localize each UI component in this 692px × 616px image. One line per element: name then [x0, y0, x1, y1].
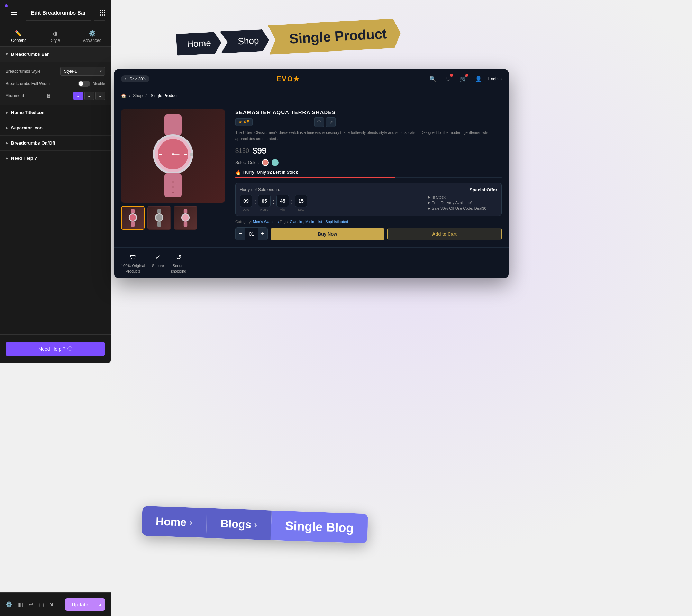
update-button[interactable]: Update [65, 598, 95, 611]
section-need-help[interactable]: ▶ Need Help ? [0, 151, 111, 166]
timer-hours: 05 Hours [258, 195, 271, 211]
tab-content[interactable]: ✏️ Content [0, 26, 37, 46]
breadcrumb-shop-link[interactable]: Shop [133, 93, 143, 98]
add-to-cart-button[interactable]: Add to Cart [387, 228, 502, 240]
hours-value: 05 [258, 195, 271, 207]
user-icon[interactable]: 👤 [473, 73, 484, 84]
section-label: Breadcrumbs Bar [11, 52, 49, 57]
search-icon[interactable]: 🔍 [427, 73, 438, 84]
wishlist-icon[interactable]: ♡ [443, 73, 454, 84]
tag-sophisticated[interactable]: Sophisticated [325, 220, 348, 224]
timer-min: 45 Min. [276, 195, 289, 211]
svg-point-18 [130, 214, 136, 221]
language-selector[interactable]: English [488, 76, 502, 81]
qty-decrease-button[interactable]: − [236, 228, 245, 240]
grid-icon[interactable] [94, 5, 105, 21]
align-right-button[interactable]: ≡ [95, 92, 105, 100]
thumb-3[interactable] [174, 206, 197, 230]
need-help-button[interactable]: Need Help ? ⓘ [6, 342, 105, 356]
action-icons: ♡ ⇗ [314, 117, 336, 127]
rating-badge: ★ 4.5 [235, 118, 253, 126]
product-info: SEAMASTER AQUA TERRA SHADES ★ 4.5 ♡ ⇗ [235, 109, 502, 240]
question-circle-icon: ⓘ [67, 346, 72, 352]
checkmark-icon: ✓ [153, 252, 163, 262]
align-center-button[interactable]: ≡ [84, 92, 94, 100]
wishlist-button[interactable]: ♡ [314, 117, 324, 127]
shop-logo: EVO★ [276, 75, 300, 83]
layers-icon[interactable]: ◧ [18, 601, 23, 608]
new-price: $99 [253, 146, 266, 156]
hours-label: Hours [260, 208, 268, 211]
expand-arrow-icon: ▶ [5, 53, 9, 56]
svg-point-14 [172, 186, 174, 188]
bc1-shop: Shop [220, 29, 270, 53]
svg-point-22 [156, 214, 162, 221]
svg-rect-23 [157, 221, 161, 227]
breadcrumb-home-link[interactable]: 🏠 [121, 93, 126, 98]
section-home-title[interactable]: ▶ Home Title/Icon [0, 105, 111, 120]
align-left-button[interactable]: ≡ [73, 92, 83, 100]
category-link[interactable]: Men's Watches [253, 220, 279, 224]
svg-point-26 [182, 214, 189, 221]
tab-style[interactable]: ◑ Style [37, 26, 74, 46]
buy-now-button[interactable]: Buy Now [271, 228, 384, 240]
bc1-single-product: Single Product [268, 18, 401, 55]
color-teal-swatch[interactable] [272, 159, 279, 166]
rating-value: 4.5 [244, 120, 249, 125]
tag-classic[interactable]: Classic [290, 220, 302, 224]
svg-point-10 [172, 153, 174, 155]
timer-sec: 15 Sec. [295, 195, 307, 211]
responsive-icon[interactable]: ⬚ [39, 601, 44, 608]
panel-title: Edit Breadcrumbs Bar [26, 5, 91, 21]
svg-rect-24 [184, 209, 187, 214]
update-button-group: Update ▲ [65, 598, 105, 611]
thumb-2[interactable] [147, 206, 171, 230]
quantity-control: − + [235, 227, 268, 240]
category-label: Category: [235, 220, 253, 224]
need-help-label: Need Help ? [38, 346, 65, 352]
colon-1: : [254, 198, 256, 205]
trust-secure: ✓ Secure [152, 252, 164, 273]
tag-minimalist[interactable]: Minimalist [305, 220, 322, 224]
bc2-home: Home › [142, 506, 207, 538]
color-pink-swatch[interactable] [262, 159, 269, 166]
special-offer-label: Special Offer [428, 187, 497, 192]
svg-rect-19 [131, 221, 135, 227]
min-label: Min. [280, 208, 286, 211]
toggle-switch[interactable]: Disable [78, 81, 105, 87]
tab-advanced[interactable]: ⚙️ Advanced [74, 26, 111, 46]
svg-rect-11 [190, 153, 193, 156]
section-breadcrumbs-onoff[interactable]: ▶ Breadcrumbs On/Off [0, 136, 111, 151]
share-button[interactable]: ⇗ [326, 117, 336, 127]
update-arrow-button[interactable]: ▲ [95, 598, 105, 611]
settings-icon[interactable]: ⚙️ [6, 601, 12, 608]
stock-fill [235, 177, 395, 178]
hamburger-menu[interactable] [6, 6, 23, 20]
bc2-single-blog: Single Blog [271, 511, 368, 544]
svg-rect-20 [157, 209, 161, 214]
section-label: Separator Icon [11, 125, 43, 130]
history-icon[interactable]: ↩ [29, 601, 33, 608]
section-separator[interactable]: ▶ Separator Icon [0, 120, 111, 136]
section-breadcrumbs-bar[interactable]: ▶ Breadcrumbs Bar [0, 47, 111, 62]
fullwidth-label: Breadcrumbs Full Width [6, 81, 50, 86]
sec-value: 15 [295, 195, 307, 207]
qty-increase-button[interactable]: + [258, 228, 267, 240]
qty-input[interactable] [245, 228, 258, 240]
editor-panel: Edit Breadcrumbs Bar ✏️ Content ◑ Style … [0, 0, 111, 363]
breadcrumbs-style-select[interactable]: Style-1 Style-2 Style-3 [60, 67, 105, 76]
expand-arrow-icon: ▶ [6, 141, 8, 145]
cart-icon[interactable]: 🛒 [458, 73, 469, 84]
panel-footer: Need Help ? ⓘ [0, 334, 111, 363]
trust-row: 🛡 100% Original Products ✓ Secure ↺ Secu… [114, 247, 509, 278]
style-field-row: Breadcrumbs Style Style-1 Style-2 Style-… [6, 67, 105, 76]
svg-rect-0 [164, 114, 182, 135]
preview-icon[interactable]: 👁 [49, 601, 55, 608]
color-label: Select Color: [235, 160, 259, 165]
thumb-1[interactable] [121, 206, 145, 230]
tags-label: Tags: [280, 220, 290, 224]
panel-header: Edit Breadcrumbs Bar [0, 0, 111, 26]
toggle-track[interactable] [78, 81, 90, 87]
svg-point-13 [172, 181, 174, 183]
section-label: Need Help ? [11, 156, 37, 161]
